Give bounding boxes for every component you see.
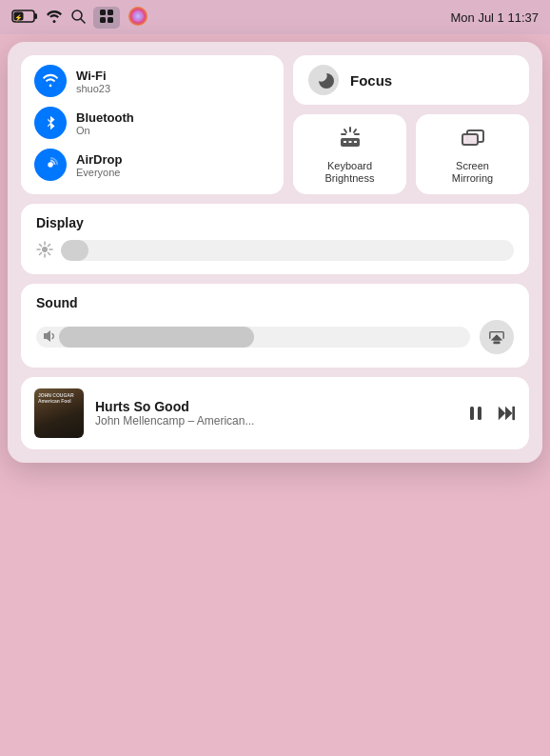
battery-icon[interactable]: ⚡ [11,9,38,27]
svg-rect-41 [512,407,515,421]
now-playing-tile: JOHN COUGAR American Fool Hurts So Good … [21,377,529,449]
svg-rect-9 [108,17,113,23]
sound-volume-icon [42,328,57,347]
album-art-inner: JOHN COUGAR American Fool [34,388,84,438]
svg-line-15 [354,129,356,132]
svg-rect-37 [470,407,474,420]
focus-tile[interactable]: Focus [293,55,529,105]
wifi-item[interactable]: Wi-Fi shuo23 [34,65,270,97]
menu-bar-right: Mon Jul 1 11:37 [450,10,539,25]
svg-point-11 [132,10,144,22]
display-tile: Display [21,204,529,274]
svg-rect-8 [100,17,106,23]
small-tiles-row: Keyboard Brightness Scre [293,114,529,194]
svg-line-14 [344,129,346,132]
playback-controls [466,404,516,423]
now-playing-title: Hurts So Good [95,399,455,414]
bluetooth-label: Bluetooth [76,110,134,125]
display-slider-container [36,240,514,261]
airdrop-text: AirDrop Everyone [76,152,122,178]
svg-rect-7 [108,10,113,15]
bluetooth-text: Bluetooth On [76,110,134,136]
control-center-menu-icon[interactable] [93,7,120,29]
menu-bar-left: ⚡ [11,6,148,30]
wifi-icon [34,65,67,97]
wifi-text: Wi-Fi shuo23 [76,69,110,94]
svg-rect-19 [344,141,346,143]
svg-rect-35 [493,342,500,345]
wifi-sublabel: shuo23 [76,83,110,94]
screen-mirroring-tile[interactable]: Screen Mirroring [416,114,529,194]
airdrop-label: AirDrop [76,152,122,167]
bluetooth-sublabel: On [76,125,134,136]
airplay-button[interactable] [480,320,514,354]
svg-rect-6 [100,10,106,15]
skip-forward-button[interactable] [497,404,516,423]
keyboard-brightness-icon [337,126,363,154]
now-playing-artist: John Mellencamp – American... [95,414,455,428]
display-brightness-icon [36,241,53,261]
control-center-panel: Wi-Fi shuo23 Bluetooth On [8,42,542,463]
svg-line-31 [40,244,42,246]
now-playing-info: Hurts So Good John Mellencamp – American… [95,399,455,428]
svg-line-32 [49,252,50,254]
svg-rect-24 [462,134,478,145]
display-brightness-slider[interactable] [61,240,514,261]
svg-line-33 [49,244,50,246]
sound-volume-fill [59,327,254,348]
top-row: Wi-Fi shuo23 Bluetooth On [21,55,529,194]
svg-point-26 [42,247,48,252]
sound-volume-slider[interactable] [36,327,470,348]
screen-mirroring-label: Screen Mirroring [452,160,493,185]
airdrop-icon [34,149,67,181]
airdrop-item[interactable]: AirDrop Everyone [34,149,270,181]
svg-line-5 [81,19,85,23]
menu-bar-datetime: Mon Jul 1 11:37 [450,10,539,25]
display-brightness-fill [61,240,88,261]
svg-marker-39 [499,407,505,421]
search-menu-icon[interactable] [70,9,86,27]
album-art: JOHN COUGAR American Fool [34,388,84,438]
focus-label: Focus [350,72,392,89]
keyboard-brightness-label: Keyboard Brightness [325,160,375,185]
bluetooth-item[interactable]: Bluetooth On [34,107,270,139]
screen-mirroring-icon [460,126,486,154]
svg-marker-40 [505,407,512,421]
pause-button[interactable] [466,404,485,423]
airdrop-sublabel: Everyone [76,167,122,178]
svg-rect-21 [354,141,357,143]
menu-bar: ⚡ [0,0,550,34]
display-title: Display [36,215,514,230]
svg-rect-20 [348,141,351,143]
svg-text:⚡: ⚡ [14,13,23,22]
keyboard-brightness-tile[interactable]: Keyboard Brightness [293,114,406,194]
wifi-menu-icon[interactable] [46,10,63,26]
right-column: Focus [293,55,529,194]
sound-title: Sound [36,295,514,310]
svg-rect-38 [478,407,481,420]
sound-row [36,320,514,354]
album-line2: American Fool [38,398,71,404]
siri-menu-icon[interactable] [128,6,148,30]
svg-line-34 [40,252,42,254]
svg-rect-1 [34,13,37,19]
focus-moon-icon [308,65,339,95]
wifi-label: Wi-Fi [76,69,110,83]
sound-tile: Sound [21,284,529,368]
bluetooth-icon [34,107,67,139]
network-tile: Wi-Fi shuo23 Bluetooth On [21,55,284,194]
